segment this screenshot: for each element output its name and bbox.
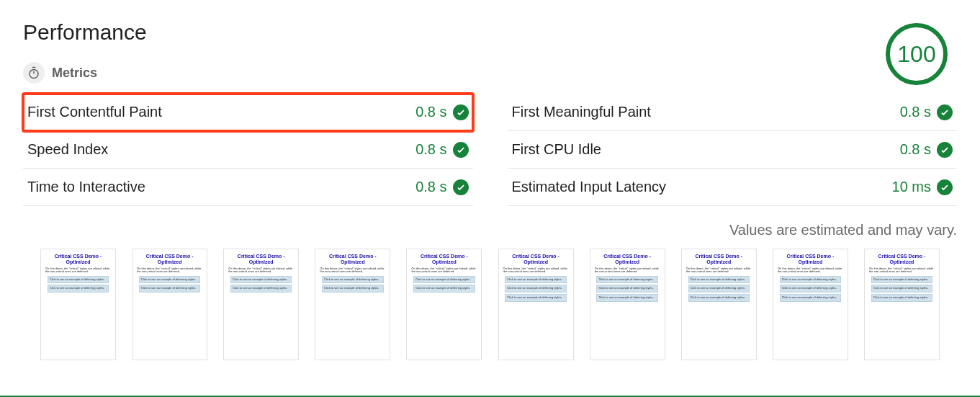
filmstrip-frame[interactable]: Critical CSS Demo - Optimized On this de…	[40, 249, 116, 360]
frame-row: Click to see an example of deferring sty…	[596, 294, 658, 302]
filmstrip-frame[interactable]: Critical CSS Demo - Optimized On this de…	[132, 249, 207, 360]
frame-row: Click to see an example of deferring sty…	[230, 276, 292, 284]
frame-text: On this demo, the "critical" styles are …	[868, 267, 936, 274]
filmstrip-frame[interactable]: Critical CSS Demo - Optimized On this de…	[406, 249, 482, 360]
frame-text: On this demo, the "critical" styles are …	[227, 267, 295, 274]
check-circle-icon	[937, 142, 953, 158]
filmstrip-frame[interactable]: Critical CSS Demo - Optimized On this de…	[590, 249, 665, 360]
frame-title: Critical CSS Demo - Optimized	[776, 254, 845, 266]
frame-row: Click to see an example of deferring sty…	[322, 276, 384, 284]
check-circle-icon	[453, 142, 469, 158]
frame-title: Critical CSS Demo - Optimized	[44, 254, 112, 266]
metric-name: Time to Interactive	[27, 179, 145, 195]
check-circle-icon	[453, 104, 469, 120]
metric-name: First CPU Idle	[512, 141, 601, 158]
frame-text: On this demo, the "critical" styles are …	[502, 267, 570, 274]
metrics-section-header[interactable]: Metrics	[23, 62, 957, 84]
metric-value: 0.8 s	[415, 104, 446, 120]
metric-name: First Contentful Paint	[27, 104, 162, 120]
filmstrip-frame[interactable]: Critical CSS Demo - Optimized On this de…	[681, 249, 757, 360]
metric-value: 0.8 s	[900, 141, 931, 158]
frame-title: Critical CSS Demo - Optimized	[135, 254, 204, 266]
metric-first-contentful-paint[interactable]: First Contentful Paint 0.8 s	[23, 94, 473, 131]
frame-row: Click to see an example of deferring sty…	[505, 294, 567, 302]
metric-first-cpu-idle[interactable]: First CPU Idle 0.8 s	[508, 131, 958, 169]
metric-time-to-interactive[interactable]: Time to Interactive 0.8 s	[23, 169, 473, 206]
frame-title: Critical CSS Demo - Optimized	[868, 254, 936, 266]
frame-text: On this demo, the "critical" styles are …	[135, 267, 204, 274]
check-circle-icon	[937, 104, 953, 120]
performance-score-badge: 100	[886, 23, 948, 85]
frame-row: Click to see an example of deferring sty…	[871, 294, 933, 302]
frame-row: Click to see an example of deferring sty…	[505, 276, 567, 284]
check-circle-icon	[937, 179, 953, 195]
metric-value: 10 ms	[892, 179, 931, 195]
frame-title: Critical CSS Demo - Optimized	[593, 254, 662, 266]
frame-row: Click to see an example of deferring sty…	[596, 276, 658, 284]
frame-row: Click to see an example of deferring sty…	[139, 285, 201, 293]
metric-speed-index[interactable]: Speed Index 0.8 s	[23, 131, 473, 169]
metrics-section-label: Metrics	[52, 66, 97, 81]
frame-row: Click to see an example of deferring sty…	[596, 285, 658, 293]
frame-row: Click to see an example of deferring sty…	[688, 276, 750, 284]
metric-value: 0.8 s	[415, 179, 446, 195]
frame-row: Click to see an example of deferring sty…	[780, 294, 842, 302]
metric-value: 0.8 s	[415, 141, 446, 158]
frame-row: Click to see an example of deferring sty…	[871, 285, 933, 293]
frame-row: Click to see an example of deferring sty…	[139, 276, 201, 284]
performance-score-value: 100	[897, 41, 935, 68]
check-circle-icon	[453, 179, 469, 195]
metric-name: First Meaningful Paint	[512, 104, 651, 120]
filmstrip-frame[interactable]: Critical CSS Demo - Optimized On this de…	[773, 249, 848, 360]
filmstrip-frame[interactable]: Critical CSS Demo - Optimized On this de…	[315, 249, 390, 360]
frame-row: Click to see an example of deferring sty…	[48, 285, 109, 293]
page-title: Performance	[23, 20, 957, 45]
frame-row: Click to see an example of deferring sty…	[780, 276, 842, 284]
frame-text: On this demo, the "critical" styles are …	[44, 267, 112, 274]
filmstrip-frame[interactable]: Critical CSS Demo - Optimized On this de…	[864, 249, 940, 360]
frame-row: Click to see an example of deferring sty…	[413, 285, 475, 293]
frame-title: Critical CSS Demo - Optimized	[685, 254, 753, 266]
frame-title: Critical CSS Demo - Optimized	[318, 254, 387, 266]
frame-row: Click to see an example of deferring sty…	[688, 285, 750, 293]
frame-title: Critical CSS Demo - Optimized	[227, 254, 295, 266]
metric-first-meaningful-paint[interactable]: First Meaningful Paint 0.8 s	[508, 94, 958, 131]
filmstrip-frame[interactable]: Critical CSS Demo - Optimized On this de…	[223, 249, 299, 360]
frame-text: On this demo, the "critical" styles are …	[318, 267, 387, 274]
metric-value: 0.8 s	[900, 104, 931, 120]
metric-estimated-input-latency[interactable]: Estimated Input Latency 10 ms	[508, 169, 958, 206]
frame-row: Click to see an example of deferring sty…	[322, 285, 384, 293]
frame-text: On this demo, the "critical" styles are …	[593, 267, 662, 274]
filmstrip-frame[interactable]: Critical CSS Demo - Optimized On this de…	[498, 249, 574, 360]
frame-row: Click to see an example of deferring sty…	[413, 276, 475, 284]
filmstrip: Critical CSS Demo - Optimized On this de…	[23, 249, 957, 360]
frame-title: Critical CSS Demo - Optimized	[410, 254, 478, 266]
frame-text: On this demo, the "critical" styles are …	[410, 267, 478, 274]
frame-row: Click to see an example of deferring sty…	[48, 276, 109, 284]
frame-row: Click to see an example of deferring sty…	[871, 276, 933, 284]
performance-panel: Performance 100 Metrics First Contentful…	[0, 0, 980, 397]
frame-text: On this demo, the "critical" styles are …	[685, 267, 753, 274]
metrics-footnote: Values are estimated and may vary.	[23, 222, 957, 238]
frame-row: Click to see an example of deferring sty…	[780, 285, 842, 293]
metric-name: Estimated Input Latency	[512, 179, 667, 195]
frame-title: Critical CSS Demo - Optimized	[502, 254, 570, 266]
frame-row: Click to see an example of deferring sty…	[230, 285, 292, 293]
metric-name: Speed Index	[27, 141, 108, 158]
frame-row: Click to see an example of deferring sty…	[505, 285, 567, 293]
metrics-grid: First Contentful Paint 0.8 s First Meani…	[23, 94, 957, 206]
frame-row: Click to see an example of deferring sty…	[688, 294, 750, 302]
frame-text: On this demo, the "critical" styles are …	[776, 267, 845, 274]
stopwatch-icon	[23, 62, 45, 84]
